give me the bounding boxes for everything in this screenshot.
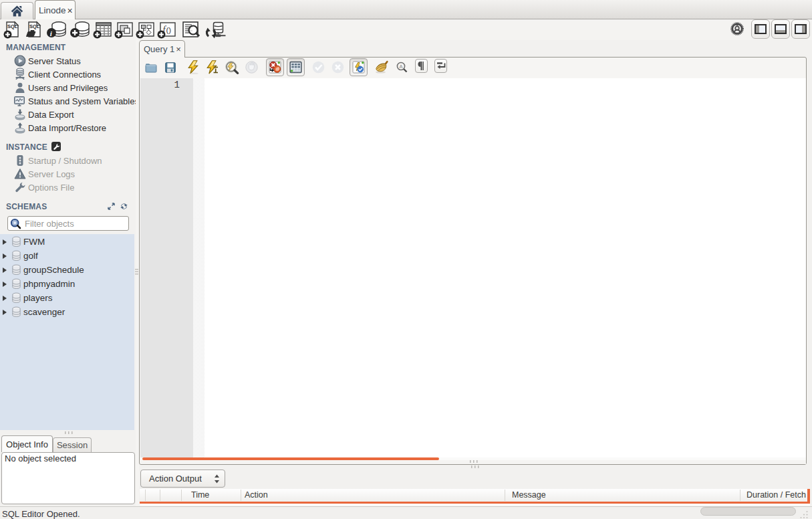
svg-text:A: A [399, 64, 402, 70]
